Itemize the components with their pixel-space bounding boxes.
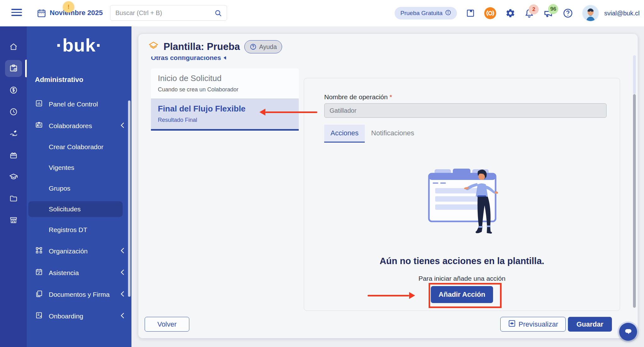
icon-rail: [0, 26, 27, 347]
announcement-count-badge: 96: [548, 4, 558, 14]
bell-icon[interactable]: 2: [524, 8, 534, 18]
chevron-left-icon: [120, 247, 125, 255]
page-title: Plantilla: Prueba: [164, 41, 240, 52]
rail-gift-icon[interactable]: [0, 144, 27, 166]
annotation-arrow-step: [259, 109, 317, 116]
notification-count-badge: 2: [529, 4, 539, 14]
tab-acciones[interactable]: Acciones: [324, 125, 365, 143]
sidebar-item-asistencia[interactable]: Asistencia: [27, 262, 131, 284]
buk-logo: ·buk·: [27, 35, 131, 56]
main-content: Plantilla: Prueba Ayuda Otras configurac…: [131, 26, 644, 347]
sidebar-item-grupos[interactable]: Grupos: [27, 178, 131, 199]
user-email[interactable]: svial@buk.cl: [604, 10, 640, 17]
annotation-arrow-add-action: [368, 292, 415, 299]
chat-icon: [624, 327, 633, 337]
tab-notificaciones[interactable]: Notificaciones: [365, 125, 420, 143]
rail-store-icon[interactable]: [0, 209, 27, 231]
sidebar-item-solicitudes[interactable]: Solicitudes: [28, 201, 123, 217]
save-button[interactable]: Guardar: [568, 317, 612, 332]
sidebar-item-panel-de-control[interactable]: Panel de Control: [27, 93, 131, 115]
rail-folder-icon[interactable]: [0, 187, 27, 209]
period-alert-badge: !: [63, 1, 74, 13]
global-search[interactable]: [110, 5, 227, 21]
checklist-icon: [35, 311, 43, 321]
sidebar-section-label: Administrativo: [35, 76, 131, 84]
bookmark-icon[interactable]: [466, 8, 475, 18]
rail-benefits-icon[interactable]: [0, 122, 27, 144]
rail-payroll-icon[interactable]: [0, 79, 27, 101]
help-button[interactable]: Ayuda: [244, 40, 282, 53]
period-selector[interactable]: Noviembre 2025: [50, 9, 103, 17]
rail-requests-icon[interactable]: [0, 57, 27, 79]
trial-badge[interactable]: Prueba Gratuita: [395, 7, 457, 19]
chat-button[interactable]: [619, 323, 637, 341]
search-icon[interactable]: [214, 9, 222, 19]
annotation-rect-add-action: [429, 283, 502, 308]
eye-preview-icon: [508, 319, 516, 329]
hamburger-menu-icon[interactable]: [11, 9, 22, 17]
help-icon[interactable]: [563, 8, 573, 19]
card-scrollbar-track[interactable]: [633, 55, 636, 94]
chevron-left-icon: [120, 291, 125, 298]
sidebar-item-onboarding[interactable]: Onboarding: [27, 305, 131, 327]
template-card: Plantilla: Prueba Ayuda Otras configurac…: [138, 34, 638, 338]
sidebar-item-colaboradores[interactable]: Colaboradores: [27, 115, 131, 137]
gear-icon[interactable]: [505, 8, 515, 18]
layers-icon: [148, 41, 159, 53]
triangle-collapse-icon: [224, 57, 226, 60]
sidebar-scrollbar[interactable]: [128, 100, 130, 297]
sidebar-item-registros-dt[interactable]: Registros DT: [27, 220, 131, 240]
panel-tabs: Acciones Notificaciones: [324, 125, 420, 143]
sidebar-item-crear-colaborador[interactable]: Crear Colaborador: [27, 137, 131, 157]
rail-time-icon[interactable]: [0, 101, 27, 122]
org-chart-icon: [35, 246, 43, 256]
rail-home-icon[interactable]: [0, 36, 27, 57]
sidebar-item-vigentes[interactable]: Vigentes: [27, 157, 131, 178]
operation-panel: Nombre de operación * Acciones Notificac…: [304, 78, 620, 311]
info-icon: [445, 9, 451, 17]
empty-state-subtitle: Para iniciar añade una acción: [304, 275, 620, 282]
broadcast-icon[interactable]: [484, 7, 497, 19]
megaphone-icon[interactable]: 96: [543, 8, 554, 19]
sidebar-item-organizacion[interactable]: Organización: [27, 240, 131, 262]
back-button[interactable]: Volver: [145, 317, 189, 332]
id-badge-icon: [35, 121, 43, 131]
chevron-left-icon: [120, 122, 125, 130]
user-avatar[interactable]: [582, 5, 599, 22]
operation-name-label: Nombre de operación *: [324, 93, 392, 101]
documents-icon: [35, 290, 43, 299]
preview-button[interactable]: Previsualizar: [500, 317, 566, 332]
other-configurations-link[interactable]: Otras configuraciones: [151, 57, 226, 64]
empty-state-title: Aún no tienes acciones en la plantilla.: [304, 256, 620, 266]
calendar-check-icon: [35, 268, 43, 278]
topbar: Noviembre 2025 ! Prueba Gratuita: [0, 0, 644, 26]
card-scrollbar-thumb[interactable]: [633, 94, 636, 308]
rail-training-icon[interactable]: [0, 166, 27, 187]
flow-steps-list: Inicio de Solicitud Cuando se crea un Co…: [151, 68, 299, 131]
chevron-left-icon: [120, 269, 125, 277]
operation-name-input[interactable]: [324, 103, 607, 118]
sidebar-item-documentos-y-firma[interactable]: Documentos y Firma: [27, 284, 131, 305]
chevron-left-icon: [120, 312, 125, 320]
step-inicio-de-solicitud[interactable]: Inicio de Solicitud Cuando se crea un Co…: [151, 68, 299, 99]
search-input[interactable]: [115, 5, 210, 20]
calendar-icon[interactable]: [36, 8, 47, 19]
empty-state-illustration: [423, 165, 501, 242]
dashboard-icon: [35, 99, 43, 109]
topbar-actions: Prueba Gratuita: [395, 0, 640, 26]
sidebar: ·buk· Administrativo Panel de Control Co…: [27, 26, 131, 347]
